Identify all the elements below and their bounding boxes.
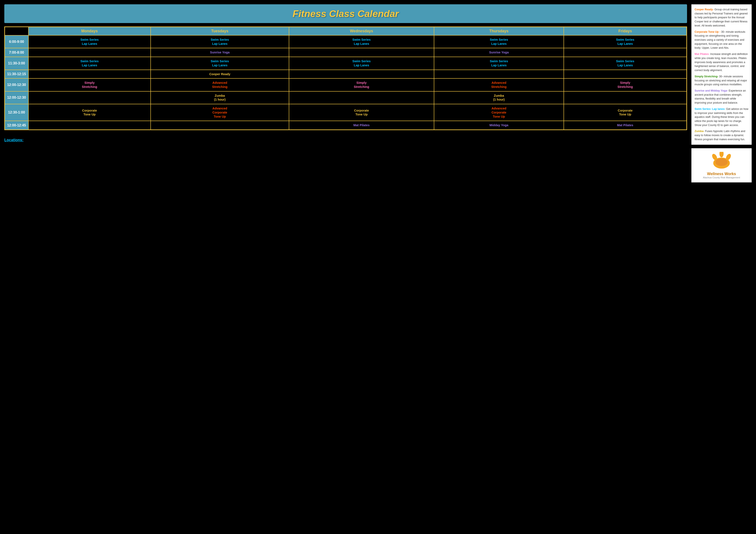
content-cell: SimplyStretching <box>289 78 434 91</box>
time-cell: 12:00-12:30 <box>5 78 28 91</box>
content-cell: Cooper Ready <box>150 70 289 79</box>
right-panel: Cooper Ready- Group circuit training bas… <box>691 4 752 530</box>
svg-point-1 <box>719 152 723 158</box>
content-cell <box>28 48 151 57</box>
content-cell: Swim SeriesLap Lanes <box>289 57 434 69</box>
description-title: Cooper Ready- <box>694 8 714 11</box>
content-cell <box>564 70 687 79</box>
content-cell: AdvancedStretching <box>434 78 564 91</box>
description-title: Mat Pilates- <box>694 53 710 56</box>
table-row: 12:00-12:30SimplyStretchingAdvancedStret… <box>5 78 687 91</box>
content-cell: Swim SeriesLap Lanes <box>150 35 289 48</box>
left-panel: Fitness Class Calendar Mondays Tuesdays … <box>4 4 687 530</box>
content-cell: SimplyStretching <box>564 78 687 91</box>
content-cell: SimplyStretching <box>28 78 151 91</box>
time-cell: 6:00-9:00 <box>5 35 28 48</box>
description-title: Sunrise and Midday Yoga- <box>694 89 728 92</box>
time-cell: 11:30-12:15 <box>5 70 28 79</box>
table-row: 12:00-12:30Zumba(1 hour)Zumba(1 hour) <box>5 91 687 104</box>
content-cell: AdvancedStretching <box>150 78 289 91</box>
content-cell: AdvancedCorporateTone Up <box>434 104 564 121</box>
content-cell: Swim SeriesLap Lanes <box>150 57 289 69</box>
description-title: Swim Series- Lap lanes- <box>694 108 725 111</box>
description-paragraph: Corporate Tone Up - 30- minute workouts … <box>694 30 748 50</box>
header-friday: Fridays <box>564 27 687 36</box>
content-cell: Sunrise Yoga <box>150 48 289 57</box>
table-row: 12:00-12:45Mat PilatesMidday YogaMat Pil… <box>5 121 687 130</box>
content-cell <box>564 91 687 104</box>
table-row: 11:30-12:15Cooper Ready <box>5 70 687 79</box>
content-cell <box>564 48 687 57</box>
description-paragraph: Cooper Ready- Group circuit training bas… <box>694 8 748 28</box>
description-paragraph: Swim Series- Lap lanes- Get advice on ho… <box>694 107 748 127</box>
page-title: Fitness Class Calendar <box>7 8 685 19</box>
content-cell <box>289 91 434 104</box>
logo-sub-text: Alachua County Risk Management <box>695 176 748 179</box>
content-cell: Zumba(1 hour) <box>150 91 289 104</box>
content-cell <box>28 91 151 104</box>
description-title: Zumba- <box>694 130 704 133</box>
description-title: Simply Stretching- <box>694 75 718 78</box>
content-cell: Swim SeriesLap Lanes <box>434 35 564 48</box>
content-cell: Swim SeriesLap Lanes <box>564 57 687 69</box>
time-cell: 7:00-8:00 <box>5 48 28 57</box>
content-cell: Swim SeriesLap Lanes <box>28 57 151 69</box>
content-cell: Swim SeriesLap Lanes <box>434 57 564 69</box>
wellness-works-logo <box>711 152 732 169</box>
description-title: Corporate Tone Up - <box>694 30 720 33</box>
content-cell: Zumba(1 hour) <box>434 91 564 104</box>
description-box: Cooper Ready- Group circuit training bas… <box>691 4 752 145</box>
header-thursday: Thursdays <box>434 27 564 36</box>
table-row: 6:00-9:00Swim SeriesLap LanesSwim Series… <box>5 35 687 48</box>
description-paragraph: Sunrise and Midday Yoga- Experience an a… <box>694 89 748 105</box>
time-cell: 12:30-1:00 <box>5 104 28 121</box>
content-cell: CorporateTone Up <box>564 104 687 121</box>
table-row: 7:00-8:00Sunrise YogaSunrise Yoga <box>5 48 687 57</box>
calendar-table: Mondays Tuesdays Wednesdays Thursdays Fr… <box>4 27 687 130</box>
logo-box: Wellness Works Alachua County Risk Manag… <box>691 148 752 183</box>
title-bar: Fitness Class Calendar <box>4 4 687 23</box>
content-cell: Sunrise Yoga <box>434 48 564 57</box>
time-cell: 11:30-3:00 <box>5 57 28 69</box>
table-row: 11:30-3:00Swim SeriesLap LanesSwim Serie… <box>5 57 687 69</box>
content-cell <box>28 70 151 79</box>
content-cell: CorporateTone Up <box>289 104 434 121</box>
content-cell <box>289 70 434 79</box>
table-row: 12:30-1:00CorporateTone UpAdvancedCorpor… <box>5 104 687 121</box>
content-cell: AdvancedCorporateTone Up <box>150 104 289 121</box>
header-time <box>5 27 28 36</box>
time-cell: 12:00-12:30 <box>5 91 28 104</box>
svg-point-4 <box>715 158 728 166</box>
logo-main-text: Wellness Works <box>695 172 748 176</box>
description-paragraph: Mat Pilates- Increase strength and defin… <box>694 52 748 72</box>
content-cell: Mat Pilates <box>289 121 434 130</box>
content-cell: Swim SeriesLap Lanes <box>564 35 687 48</box>
locations-link[interactable]: Locations: <box>4 138 687 142</box>
content-cell: Mat Pilates <box>564 121 687 130</box>
content-cell: Swim SeriesLap Lanes <box>289 35 434 48</box>
header-tuesday: Tuesdays <box>150 27 289 36</box>
content-cell: Swim SeriesLap Lanes <box>28 35 151 48</box>
content-cell: CorporateTone Up <box>28 104 151 121</box>
header-wednesday: Wednesdays <box>289 27 434 36</box>
content-cell <box>28 121 151 130</box>
content-cell <box>289 48 434 57</box>
description-paragraph: Simply Stretching- 30- minute sessions f… <box>694 75 748 87</box>
content-cell <box>150 121 289 130</box>
time-cell: 12:00-12:45 <box>5 121 28 130</box>
content-cell <box>434 70 564 79</box>
content-cell: Midday Yoga <box>434 121 564 130</box>
header-monday: Mondays <box>28 27 151 36</box>
description-paragraph: Zumba- Fuses hypnotic Latin rhythms and … <box>694 129 748 141</box>
